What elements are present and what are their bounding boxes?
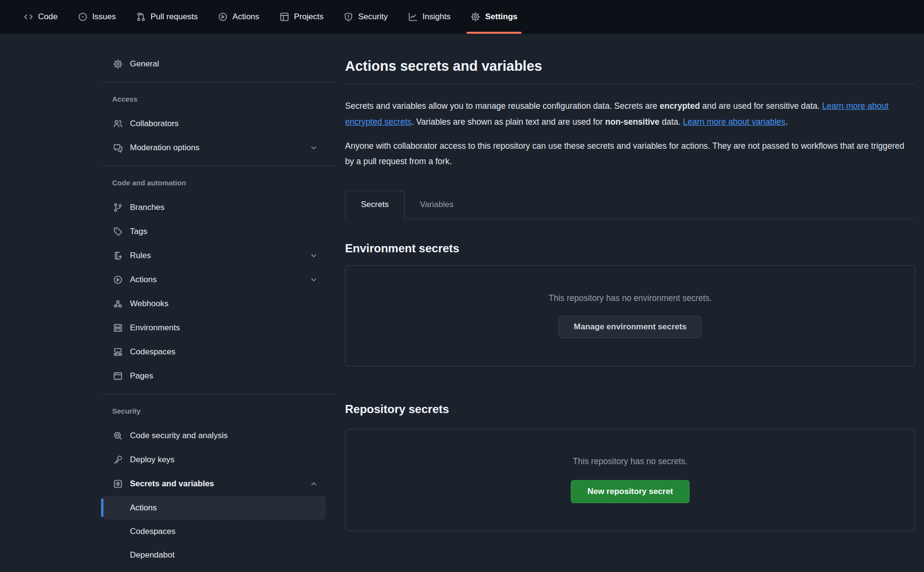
intro-text: . Variables are shown as plain text and … (411, 117, 605, 127)
nav-tab-pull-requests[interactable]: Pull requests (129, 0, 205, 34)
tab-label: Variables (420, 200, 454, 209)
intro-text: and are used for sensitive data. (700, 101, 822, 111)
sidebar-item-actions[interactable]: Actions (103, 268, 326, 292)
sidebar-divider (101, 166, 333, 166)
sidebar-item-label: General (130, 59, 159, 69)
tag-icon (113, 227, 123, 236)
play-icon (218, 12, 228, 22)
environment-secrets-box: This repository has no environment secre… (345, 265, 915, 366)
nav-tab-actions[interactable]: Actions (211, 0, 267, 34)
chevron-up-icon (309, 480, 318, 488)
repository-secrets-heading: Repository secrets (345, 402, 915, 416)
sidebar-subitem-codespaces[interactable]: Codespaces (103, 520, 326, 543)
sidebar-item-label: Actions (130, 275, 157, 285)
settings-content: Actions secrets and variables Secrets an… (345, 34, 915, 531)
nav-tab-settings[interactable]: Settings (463, 0, 525, 34)
sidebar-item-label: Webhooks (130, 299, 168, 309)
codespaces-icon (113, 347, 123, 357)
sidebar-item-label: Moderation options (130, 143, 200, 153)
comment-discussion-icon (113, 143, 123, 153)
sidebar-item-rules[interactable]: Rules (103, 244, 326, 268)
nav-tab-label: Projects (294, 12, 323, 22)
sidebar-item-webhooks[interactable]: Webhooks (103, 292, 326, 316)
issue-opened-icon (78, 12, 88, 22)
sidebar-subitem-label: Codespaces (130, 527, 176, 536)
intro-text: Secrets and variables allow you to manag… (345, 101, 660, 111)
nav-tab-label: Insights (423, 12, 451, 22)
sidebar-item-code-security[interactable]: Code security and analysis (103, 424, 326, 448)
sidebar-item-environments[interactable]: Environments (103, 316, 326, 340)
intro-paragraph: Secrets and variables allow you to manag… (345, 98, 915, 130)
browser-icon (113, 371, 123, 381)
nav-tab-label: Pull requests (151, 12, 198, 22)
chevron-down-icon (309, 251, 318, 260)
sidebar-item-moderation-options[interactable]: Moderation options (103, 136, 326, 160)
sidebar-section-code-automation: Code and automation (112, 178, 333, 188)
nav-tab-label: Issues (92, 12, 116, 22)
chevron-down-icon (309, 143, 318, 152)
sidebar-item-label: Secrets and variables (130, 479, 214, 489)
play-icon (113, 275, 123, 285)
sidebar-subitem-label: Actions (130, 503, 157, 513)
sidebar-item-deploy-keys[interactable]: Deploy keys (103, 448, 326, 472)
sidebar-item-pages[interactable]: Pages (103, 364, 326, 388)
page-title: Actions secrets and variables (345, 34, 915, 76)
sidebar-item-branches[interactable]: Branches (103, 195, 326, 220)
chevron-down-icon (309, 275, 318, 284)
secrets-variables-tabbar: Secrets Variables (345, 191, 915, 219)
sidebar-item-secrets-and-variables[interactable]: Secrets and variables (103, 472, 326, 496)
intro-text: . (785, 117, 788, 127)
sidebar-subitem-actions[interactable]: Actions (103, 496, 326, 520)
rule-icon (113, 251, 123, 260)
sidebar-section-access: Access (112, 94, 333, 104)
gear-icon (113, 59, 123, 69)
repository-secrets-box: This repository has no secrets. New repo… (345, 429, 915, 531)
nav-tab-code[interactable]: Code (16, 0, 65, 34)
sidebar-item-label: Branches (130, 203, 165, 212)
intro-text: data. (659, 117, 683, 127)
sidebar-item-collaborators[interactable]: Collaborators (103, 112, 326, 136)
sidebar-divider (101, 82, 333, 82)
sidebar-item-label: Pages (130, 371, 153, 381)
sidebar-item-label: Codespaces (130, 347, 176, 357)
nav-tab-issues[interactable]: Issues (71, 0, 123, 34)
repository-secrets-empty-text: This repository has no secrets. (573, 456, 687, 467)
sidebar-item-general[interactable]: General (103, 52, 326, 76)
new-repository-secret-button[interactable]: New repository secret (571, 480, 690, 503)
tab-variables[interactable]: Variables (405, 191, 469, 219)
sidebar-item-label: Code security and analysis (130, 431, 228, 441)
tab-secrets[interactable]: Secrets (345, 191, 405, 219)
sidebar-item-label: Rules (130, 251, 151, 260)
nav-tab-label: Security (358, 12, 387, 22)
sidebar-item-tags[interactable]: Tags (103, 220, 326, 244)
nav-tab-label: Code (38, 12, 58, 22)
git-pull-request-icon (136, 12, 146, 22)
collaborator-access-paragraph: Anyone with collaborator access to this … (345, 138, 915, 169)
code-icon (24, 12, 33, 22)
webhook-icon (113, 299, 123, 309)
repo-nav: Code Issues Pull requests Actions Projec… (0, 0, 924, 34)
nav-tab-projects[interactable]: Projects (272, 0, 331, 34)
git-branch-icon (113, 203, 123, 212)
tab-label: Secrets (361, 200, 389, 209)
nav-tab-label: Actions (232, 12, 259, 22)
sidebar-subitem-dependabot[interactable]: Dependabot (103, 543, 326, 567)
codescan-icon (113, 431, 123, 441)
manage-environment-secrets-button[interactable]: Manage environment secrets (559, 316, 701, 338)
intro-bold-encrypted: encrypted (660, 101, 700, 111)
nav-tab-label: Settings (485, 12, 517, 22)
people-icon (113, 119, 123, 129)
sidebar-item-label: Environments (130, 323, 180, 333)
gear-icon (471, 12, 480, 22)
link-learn-variables[interactable]: Learn more about variables (683, 117, 785, 127)
settings-sidebar: General Access Collaborators Moderation … (101, 52, 333, 567)
title-divider (345, 84, 915, 84)
nav-tab-insights[interactable]: Insights (401, 0, 458, 34)
graph-icon (408, 12, 418, 22)
sidebar-subitem-label: Dependabot (130, 550, 175, 560)
sidebar-item-codespaces[interactable]: Codespaces (103, 340, 326, 364)
key-asterisk-icon (113, 479, 123, 489)
intro-bold-non-sensitive: non-sensitive (605, 117, 660, 127)
nav-tab-security[interactable]: Security (336, 0, 395, 34)
sidebar-section-security: Security (112, 406, 333, 416)
